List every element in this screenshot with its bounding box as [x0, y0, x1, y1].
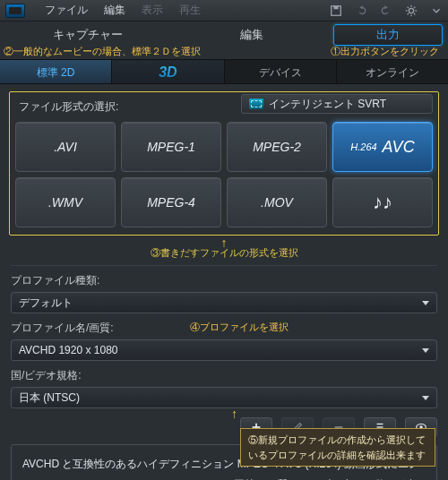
secondary-tabs: 標準 2D 3D デバイス オンライン — [0, 59, 448, 84]
svg-point-2 — [409, 8, 413, 13]
format-h264-avc[interactable]: H.264 AVC — [332, 122, 433, 172]
format-mov[interactable]: .MOV — [227, 177, 327, 227]
menu-edit[interactable]: 編集 — [104, 3, 125, 18]
file-format-section: インテリジェント SVRT ファイル形式の選択: .AVI MPEG-1 MPE… — [9, 91, 439, 236]
tab-capture[interactable]: キャプチャー — [5, 21, 169, 48]
tab-3d[interactable]: 3D — [112, 60, 224, 83]
tab-3d-label: 3D — [159, 60, 177, 85]
file-format-grid: .AVI MPEG-1 MPEG-2 H.264 AVC .WMV MPEG-4… — [15, 122, 433, 227]
country-field: 国/ビデオ規格: 日本 (NTSC) — [11, 368, 437, 408]
menu-play[interactable]: 再生 — [179, 3, 201, 18]
chevron-down-icon — [422, 348, 429, 353]
chevron-down-icon — [422, 396, 429, 400]
redo-icon[interactable] — [380, 4, 392, 17]
country-select[interactable]: 日本 (NTSC) — [11, 387, 437, 408]
profile-type-field: プロファイル種類: デフォルト — [11, 273, 437, 313]
menu-view[interactable]: 表示 — [142, 3, 163, 18]
format-h264-prefix: H.264 — [350, 141, 376, 152]
profile-type-label: プロファイル種類: — [11, 273, 437, 288]
profile-name-field: プロファイル名/画質: ④プロファイルを選択 AVCHD 1920 x 1080 — [11, 321, 437, 361]
country-value: 日本 (NTSC) — [19, 390, 80, 406]
app-icon — [5, 4, 25, 18]
profile-type-select[interactable]: デフォルト — [11, 292, 437, 313]
tab-device[interactable]: デバイス — [225, 60, 337, 83]
format-mpeg1[interactable]: MPEG-1 — [121, 122, 221, 172]
tab-online[interactable]: オンライン — [337, 60, 448, 83]
divider — [11, 265, 437, 266]
annotation-3: ③書きだすファイルの形式を選択 — [151, 247, 298, 258]
output-button[interactable]: 出力 — [333, 24, 443, 46]
profile-type-value: デフォルト — [19, 296, 73, 311]
svg-rect-1 — [333, 5, 338, 9]
format-h264-main: AVC — [383, 138, 415, 157]
svg-line-8 — [414, 13, 415, 14]
chevron-down-icon[interactable] — [430, 4, 443, 17]
undo-icon[interactable] — [355, 4, 367, 17]
format-mpeg4[interactable]: MPEG-4 — [121, 177, 221, 227]
svg-line-7 — [408, 6, 409, 7]
svrt-icon — [249, 99, 263, 109]
tab-edit[interactable]: 編集 — [169, 21, 333, 48]
intelligent-svrt-button[interactable]: インテリジェント SVRT — [241, 94, 433, 114]
svg-line-10 — [414, 6, 415, 7]
svrt-label: インテリジェント SVRT — [269, 95, 386, 113]
tab-standard-2d[interactable]: 標準 2D — [0, 60, 112, 83]
format-wmv[interactable]: .WMV — [15, 177, 116, 227]
gear-icon[interactable] — [405, 4, 418, 17]
svg-line-9 — [408, 13, 409, 14]
music-note-icon: ♪♪ — [373, 191, 392, 214]
profile-name-label: プロファイル名/画質: — [11, 321, 437, 336]
profile-name-select[interactable]: AVCHD 1920 x 1080 — [11, 339, 437, 361]
format-mpeg2[interactable]: MPEG-2 — [227, 122, 327, 172]
format-avi[interactable]: .AVI — [15, 122, 116, 172]
annotation-5: ⑤新規プロファイルの作成から選択しているプロファイルの詳細を確認出来ます — [240, 428, 435, 467]
country-label: 国/ビデオ規格: — [11, 368, 437, 383]
annotation-3-container: ↑ ③書きだすファイルの形式を選択 — [9, 239, 439, 260]
menu-bar: ファイル 編集 表示 再生 — [0, 0, 448, 21]
menu-file[interactable]: ファイル — [45, 3, 88, 18]
main-tabs: キャプチャー 編集 出力 — [0, 21, 448, 48]
profile-name-value: AVCHD 1920 x 1080 — [19, 344, 118, 356]
arrow-up-icon: ↑ — [9, 239, 439, 246]
format-audio[interactable]: ♪♪ — [332, 177, 433, 227]
save-icon[interactable] — [330, 4, 342, 17]
chevron-down-icon — [422, 301, 429, 305]
